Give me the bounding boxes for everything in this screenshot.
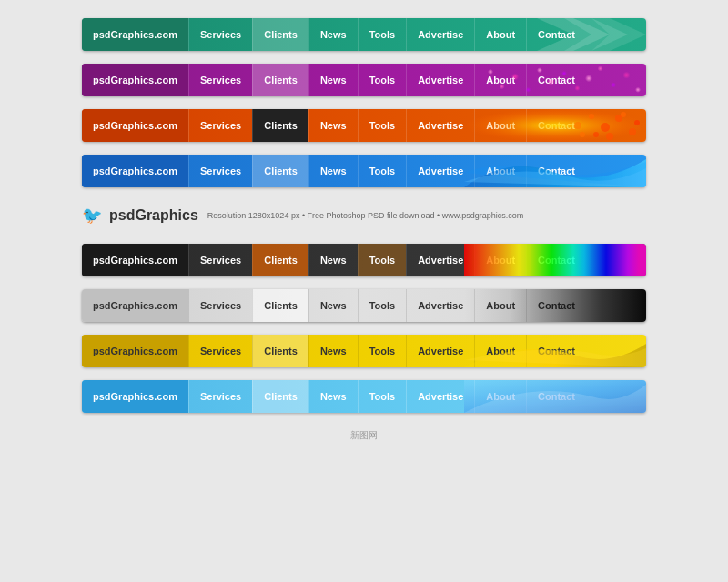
nav-contact-3[interactable]: Contact [526,109,586,142]
nav-news-4[interactable]: News [308,155,358,187]
nav-tools-7[interactable]: Tools [358,335,407,367]
bird-icon: 🐦 [82,206,102,226]
nav-logo-2[interactable]: psdGraphics.com [82,64,188,96]
nav-clients-3[interactable]: Clients [252,109,308,142]
nav-clients-1[interactable]: Clients [252,18,308,51]
nav-about-1[interactable]: About [474,18,526,51]
nav-about-3[interactable]: About [474,109,526,142]
nav-items-6: Services Clients News Tools Advertise Ab… [188,289,646,322]
nav-news-8[interactable]: News [308,380,358,413]
nav-items-3: Services Clients News Tools Advertise Ab… [188,109,646,142]
nav-advertise-2[interactable]: Advertise [406,64,474,96]
nav-contact-2[interactable]: Contact [526,64,586,96]
nav-logo-7[interactable]: psdGraphics.com [82,335,188,367]
nav-contact-5[interactable]: Contact [526,244,586,276]
nav-about-2[interactable]: About [474,64,526,96]
nav-services-3[interactable]: Services [188,109,252,142]
nav-clients-6[interactable]: Clients [252,289,308,322]
nav-advertise-8[interactable]: Advertise [406,380,474,413]
nav-advertise-7[interactable]: Advertise [406,335,474,367]
nav-services-5[interactable]: Services [188,244,252,276]
nav-items-8: Services Clients News Tools Advertise Ab… [188,380,646,413]
nav-clients-8[interactable]: Clients [252,380,308,413]
nav-services-7[interactable]: Services [188,335,252,367]
watermark-text: 新图网 [350,429,378,442]
nav-news-6[interactable]: News [308,289,358,322]
nav-clients-7[interactable]: Clients [252,335,308,367]
nav-tools-4[interactable]: Tools [358,155,407,187]
nav-clients-4[interactable]: Clients [252,155,308,187]
nav-news-7[interactable]: News [308,335,358,367]
nav-advertise-3[interactable]: Advertise [406,109,474,142]
nav-clients-5[interactable]: Clients [252,244,308,276]
nav-contact-8[interactable]: Contact [526,380,586,413]
nav-services-8[interactable]: Services [188,380,252,413]
nav-clients-2[interactable]: Clients [252,64,308,96]
navbar-orange: psdGraphics.com Services Clients News To… [82,109,646,142]
nav-tools-5[interactable]: Tools [358,244,407,276]
nav-advertise-4[interactable]: Advertise [406,155,474,187]
nav-news-1[interactable]: News [308,18,358,51]
nav-items-2: Services Clients News Tools Advertise Ab… [188,64,646,96]
nav-about-6[interactable]: About [474,289,526,322]
navbar-yellow: psdGraphics.com Services Clients News To… [82,335,646,367]
nav-tools-3[interactable]: Tools [358,109,407,142]
nav-contact-7[interactable]: Contact [526,335,586,367]
brand-name: psdGraphics [109,207,198,224]
nav-tools-8[interactable]: Tools [358,380,407,413]
nav-about-4[interactable]: About [474,155,526,187]
nav-items-1: Services Clients News Tools Advertise Ab… [188,18,646,51]
nav-services-1[interactable]: Services [188,18,252,51]
nav-services-6[interactable]: Services [188,289,252,322]
nav-about-7[interactable]: About [474,335,526,367]
nav-logo-3[interactable]: psdGraphics.com [82,109,188,142]
nav-tools-1[interactable]: Tools [358,18,407,51]
navbar-dark: psdGraphics.com Services Clients News To… [82,244,646,276]
nav-contact-6[interactable]: Contact [526,289,586,322]
nav-logo-5[interactable]: psdGraphics.com [82,244,188,276]
brand-section: 🐦 psdGraphics Resolution 1280x1024 px • … [82,200,646,231]
nav-logo-1[interactable]: psdGraphics.com [82,18,188,51]
navbar-blue: psdGraphics.com Services Clients News To… [82,155,646,187]
navbar-purple: psdGraphics.com Services Clients News To… [82,64,646,96]
nav-items-7: Services Clients News Tools Advertise Ab… [188,335,646,367]
nav-services-4[interactable]: Services [188,155,252,187]
psdgraphics-logo: 🐦 psdGraphics [82,202,198,229]
nav-news-5[interactable]: News [308,244,358,276]
nav-advertise-1[interactable]: Advertise [406,18,474,51]
resolution-text: Resolution 1280x1024 px • Free Photoshop… [207,211,524,220]
nav-services-2[interactable]: Services [188,64,252,96]
nav-news-3[interactable]: News [308,109,358,142]
nav-about-8[interactable]: About [474,380,526,413]
nav-contact-4[interactable]: Contact [526,155,586,187]
nav-tools-6[interactable]: Tools [358,289,407,322]
nav-logo-6[interactable]: psdGraphics.com [82,289,188,322]
navbar-gray: psdGraphics.com Services Clients News To… [82,289,646,322]
navbar-lightblue: psdGraphics.com Services Clients News To… [82,380,646,413]
nav-advertise-6[interactable]: Advertise [406,289,474,322]
nav-news-2[interactable]: News [308,64,358,96]
nav-items-5: Services Clients News Tools Advertise Ab… [188,244,646,276]
nav-items-4: Services Clients News Tools Advertise Ab… [188,155,646,187]
nav-contact-1[interactable]: Contact [526,18,586,51]
navbar-green: psdGraphics.com Services Clients News To… [82,18,646,51]
nav-logo-4[interactable]: psdGraphics.com [82,155,188,187]
nav-advertise-5[interactable]: Advertise [406,244,474,276]
nav-tools-2[interactable]: Tools [358,64,407,96]
nav-logo-8[interactable]: psdGraphics.com [82,380,188,413]
nav-about-5[interactable]: About [474,244,526,276]
